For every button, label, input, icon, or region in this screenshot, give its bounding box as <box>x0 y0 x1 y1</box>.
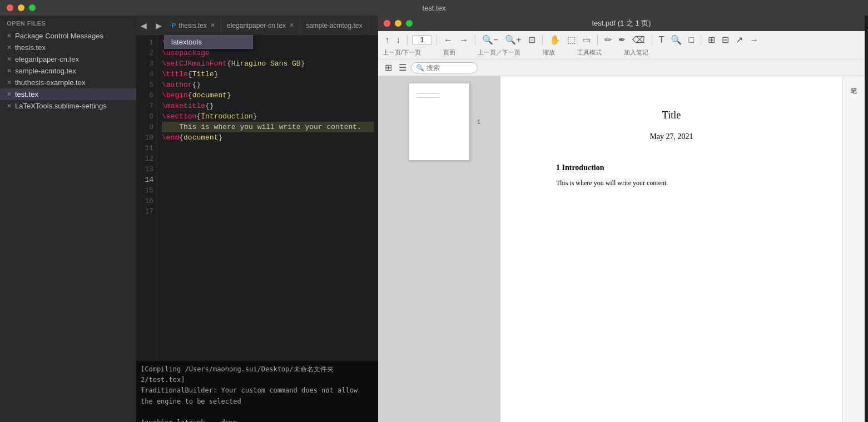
close-icon[interactable]: ✕ <box>7 79 12 86</box>
line-num: 2 <box>136 48 153 58</box>
pdf-text-select-btn[interactable]: T <box>657 34 667 46</box>
pdf-forward-btn[interactable]: → <box>747 34 761 46</box>
close-icon[interactable]: ✕ <box>7 67 12 75</box>
pdf-close-button[interactable] <box>384 20 390 27</box>
code-area[interactable]: 1 2 3 4 5 6 7 8 9 10 11 12 13 14 15 16 1… <box>136 35 378 361</box>
close-icon[interactable]: ✕ <box>7 32 12 39</box>
status-line: Invoking latexmk... done. <box>141 418 374 422</box>
pdf-eraser-btn[interactable]: ⌫ <box>630 33 647 46</box>
close-icon[interactable]: ✕ <box>7 44 12 51</box>
pdf-section-text: This is where you will write your conten… <box>556 179 668 187</box>
tab-nav-right[interactable]: ▶ <box>151 16 166 35</box>
pdf-extra1-btn[interactable]: ⊞ <box>706 33 717 46</box>
tab-close-icon[interactable]: ✕ <box>210 22 215 29</box>
list-item[interactable]: ✕ LaTeXTools.sublime-settings <box>0 100 136 112</box>
pdf-pen-btn[interactable]: ✏ <box>602 33 614 46</box>
tab-thesis[interactable]: P thesis.tex ✕ <box>166 16 221 35</box>
line-num: 17 <box>136 206 153 217</box>
file-name: test.tex <box>15 90 38 98</box>
pdf-link-btn[interactable]: ↗ <box>733 33 745 46</box>
line-num: 15 <box>136 185 153 196</box>
pdf-page-input[interactable] <box>412 35 432 45</box>
editor-panel: ◀ ▶ P thesis.tex ✕ elegantpaper-cn.tex ✕… <box>136 16 378 422</box>
page-label: 页面 <box>443 48 455 57</box>
search-icon: 🔍 <box>416 64 424 72</box>
pdf-minimize-button[interactable] <box>395 20 401 27</box>
pdf-maximize-button[interactable] <box>406 20 413 27</box>
annotate-label: 加入笔记 <box>624 48 648 57</box>
pdf-select-btn[interactable]: ▭ <box>580 33 593 46</box>
pdf-next-btn[interactable]: → <box>457 34 470 46</box>
autocomplete-item[interactable]: latextools <box>165 36 252 48</box>
tab-elegant[interactable]: elegantpaper-cn.tex ✕ <box>221 16 300 35</box>
pdf-zoom-out-btn[interactable]: 🔍− <box>480 33 500 46</box>
pdf-section-heading: 1 Introduction <box>556 163 604 172</box>
code-line: This is where you will write your conten… <box>162 122 374 132</box>
line-numbers: 1 2 3 4 5 6 7 8 9 10 11 12 13 14 15 16 1… <box>136 35 157 361</box>
pdf-marker-btn[interactable]: ✒ <box>616 33 628 46</box>
list-item[interactable]: ✕ Package Control Messages <box>0 30 136 42</box>
prev-label: 上一页／下一页 <box>478 48 520 57</box>
line-num: 3 <box>136 58 153 69</box>
window-buttons <box>7 4 36 11</box>
minimize-button[interactable] <box>18 4 24 11</box>
code-line: \author{} <box>162 80 374 90</box>
close-icon[interactable]: ✕ <box>7 102 12 110</box>
pdf-thumbnail[interactable]: 1 <box>409 83 470 161</box>
tab-sample[interactable]: sample-acmtog.tex <box>300 16 368 35</box>
autocomplete-dropdown[interactable]: latextools <box>164 35 253 49</box>
pdf-thumb-content <box>412 87 466 156</box>
list-item[interactable]: ✕ elegantpaper-cn.tex <box>0 53 136 65</box>
pdf-prev-btn[interactable]: ← <box>442 34 455 46</box>
pdf-search-input[interactable] <box>426 64 471 72</box>
pdf-zoom-in-btn[interactable]: 🔍+ <box>503 33 523 46</box>
pdf-content-area[interactable]: Title May 27, 2021 1 Introduction This i… <box>500 76 842 422</box>
pdf-list-btn[interactable]: ☰ <box>396 61 409 74</box>
tab-label: elegantpaper-cn.tex <box>227 22 286 29</box>
main-area: OPEN FILES ✕ Package Control Messages ✕ … <box>0 16 868 422</box>
maximize-button[interactable] <box>29 4 36 11</box>
code-line: \end{document} <box>162 132 374 143</box>
close-icon[interactable]: ✕ <box>7 91 12 98</box>
tab-label: sample-acmtog.tex <box>306 22 362 29</box>
pdf-hand-btn[interactable]: ✋ <box>547 33 563 46</box>
pdf-nav-up-btn[interactable]: ↑ <box>383 34 391 46</box>
tab-close-icon[interactable]: ✕ <box>289 22 294 29</box>
pdf-right-panel: 笔记 <box>842 76 865 422</box>
pdf-search-btn[interactable]: 🔍 <box>668 33 684 46</box>
line-num: 6 <box>136 90 153 101</box>
close-icon[interactable]: ✕ <box>7 56 12 63</box>
line-num: 1 <box>136 37 153 48</box>
code-line: \setCJKmainFont{Hiragino Sans GB} <box>162 58 374 69</box>
close-button[interactable] <box>7 4 13 11</box>
file-name: thuthesis-example.tex <box>15 78 85 87</box>
list-item[interactable]: ✕ sample-acmtog.tex <box>0 65 136 77</box>
code-content[interactable]: \documentc \usepackage \setCJKmainFont{H… <box>157 35 378 361</box>
separator <box>437 34 437 46</box>
pdf-chrome: test.pdf (1 之 1 页) <box>378 16 865 31</box>
pdf-nav-down-btn[interactable]: ↓ <box>394 34 403 46</box>
notes-btn[interactable]: 笔记 <box>849 81 859 85</box>
file-name: LaTeXTools.sublime-settings <box>15 102 107 110</box>
list-item[interactable]: ✕ thesis.tex <box>0 42 136 53</box>
pdf-toolbar: ↑ ↓ ← → 🔍− 🔍+ ⊡ ✋ ⬚ ▭ ✏ ✒ ⌫ T <box>378 31 865 76</box>
tab-bar: ◀ ▶ P thesis.tex ✕ elegantpaper-cn.tex ✕… <box>136 16 378 35</box>
pdf-window-buttons <box>384 20 413 27</box>
pdf-zoom-fit-btn[interactable]: ⊡ <box>526 33 538 46</box>
tools-label: 工具模式 <box>577 48 602 57</box>
tab-label: thesis.tex <box>178 22 207 29</box>
pdf-marquee-btn[interactable]: ⬚ <box>565 33 578 46</box>
pdf-extra2-btn[interactable]: ⊟ <box>720 33 731 46</box>
list-item-active[interactable]: ✕ test.tex <box>0 88 136 100</box>
pdf-search-box[interactable]: 🔍 <box>411 62 478 73</box>
pdf-grid-btn[interactable]: ⊞ <box>383 61 394 74</box>
tab-nav-left[interactable]: ◀ <box>136 16 151 35</box>
status-line: [Compiling /Users/maohong.sui/Desktop/未命… <box>141 364 374 385</box>
code-line: \maketitle{} <box>162 101 374 111</box>
line-num: 4 <box>136 69 153 80</box>
pdf-main: 1 Title May 27, 2021 1 Introduction This… <box>378 76 865 422</box>
list-item[interactable]: ✕ thuthesis-example.tex <box>0 77 136 88</box>
pdf-rect-btn[interactable]: □ <box>686 34 696 46</box>
line-num: 14 <box>136 175 153 185</box>
thumb-num: 1 <box>477 118 480 125</box>
